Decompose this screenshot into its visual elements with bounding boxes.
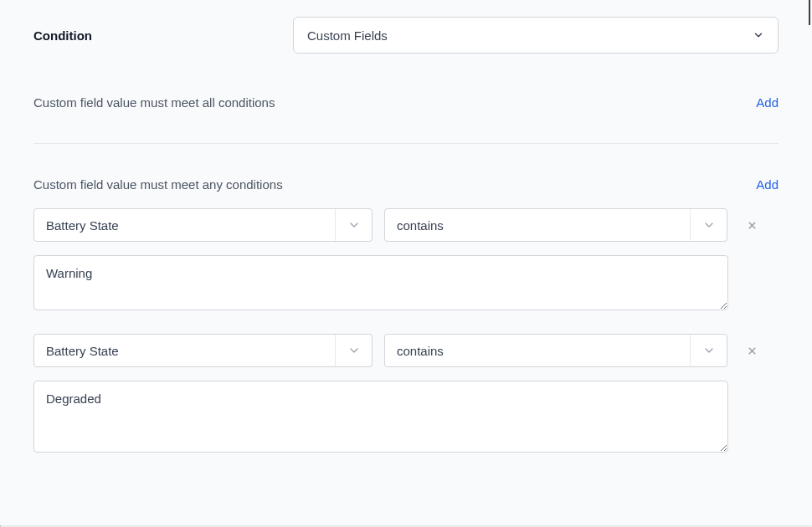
condition-item: Battery State contains xyxy=(33,208,779,310)
chevron-down-icon xyxy=(702,218,716,232)
operator-value: contains xyxy=(385,344,690,358)
close-icon xyxy=(747,220,758,231)
value-input[interactable] xyxy=(33,381,728,453)
chevron-down-icon xyxy=(347,344,361,357)
value-input[interactable] xyxy=(33,255,728,310)
close-icon xyxy=(747,345,758,356)
remove-condition-button[interactable] xyxy=(739,220,764,231)
add-all-condition-button[interactable]: Add xyxy=(756,95,779,110)
remove-condition-button[interactable] xyxy=(739,345,764,356)
any-conditions-header: Custom field value must meet any conditi… xyxy=(33,177,779,192)
chevron-down-icon xyxy=(347,218,361,232)
any-conditions-title: Custom field value must meet any conditi… xyxy=(33,177,283,192)
field-dropdown[interactable]: Battery State xyxy=(33,208,373,242)
all-conditions-header: Custom field value must meet all conditi… xyxy=(33,95,779,110)
field-dropdown[interactable]: Battery State xyxy=(33,334,373,367)
operator-dropdown[interactable]: contains xyxy=(384,208,727,242)
operator-value: contains xyxy=(385,218,690,233)
condition-type-dropdown[interactable]: Custom Fields xyxy=(293,17,779,54)
field-value: Battery State xyxy=(34,344,335,358)
condition-item: Battery State contains xyxy=(33,334,779,453)
section-divider xyxy=(33,143,779,144)
field-value: Battery State xyxy=(34,218,335,233)
chevron-down-icon xyxy=(702,344,716,357)
edge-marker xyxy=(809,0,810,25)
condition-type-value: Custom Fields xyxy=(307,28,388,43)
chevron-down-icon xyxy=(753,29,764,41)
condition-label: Condition xyxy=(33,28,293,43)
add-any-condition-button[interactable]: Add xyxy=(756,177,779,192)
operator-dropdown[interactable]: contains xyxy=(384,334,727,367)
all-conditions-title: Custom field value must meet all conditi… xyxy=(33,95,275,110)
condition-type-row: Condition Custom Fields xyxy=(33,17,779,54)
